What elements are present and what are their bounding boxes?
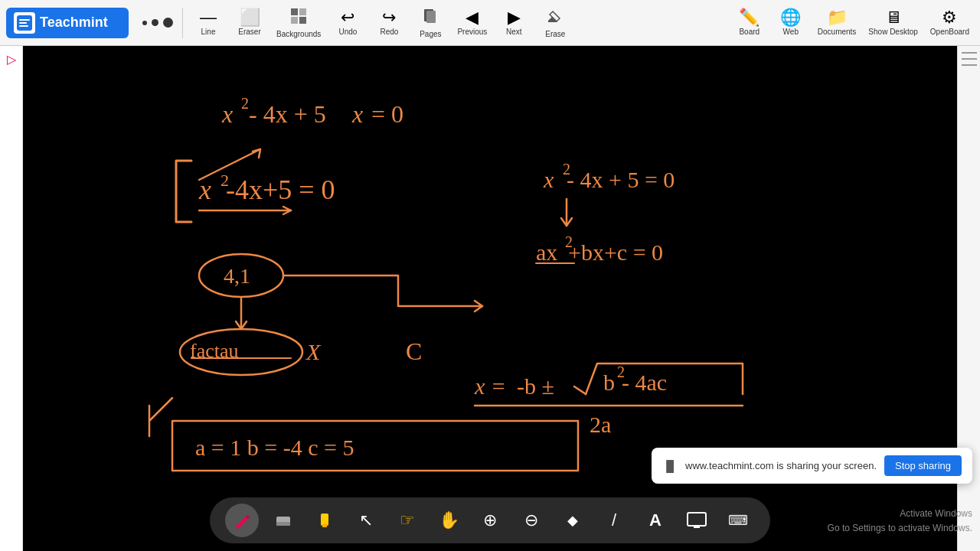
bt-text[interactable]: A [639,504,672,537]
pages-icon [421,7,439,28]
undo-icon: ↩ [341,9,354,26]
svg-text:4,1: 4,1 [224,264,250,288]
top-toolbar: Teachmint — Line ⬜ Eraser Backgrounds ↩ … [0,0,980,46]
svg-rect-2 [299,8,306,15]
svg-rect-6 [426,11,436,23]
tool-pages[interactable]: Pages [411,4,449,41]
tool-web[interactable]: 🌐 Web [772,6,810,39]
previous-icon: ◀ [466,9,479,26]
tool-show-desktop[interactable]: 🖥 Show Desktop [864,6,922,39]
tool-openboard[interactable]: ⚙ OpenBoard [926,6,974,39]
sidebar-arrow[interactable]: ▷ [7,52,16,67]
svg-text:x =: x = [474,373,506,399]
svg-rect-3 [291,17,298,24]
bt-pen[interactable] [225,504,259,537]
svg-text:- 4x + 5 = 0: - 4x + 5 = 0 [567,167,675,192]
stop-sharing-button[interactable]: Stop sharing [884,455,962,476]
rsb-line2 [962,58,977,60]
tool-redo[interactable]: ↪ Redo [370,6,408,39]
svg-rect-38 [322,524,327,527]
tool-board[interactable]: ✏️ Board [730,6,769,39]
tool-undo[interactable]: ↩ Undo [328,6,367,39]
bottom-toolbar: ↖ ☞ ✋ ⊕ ⊖ ◆ / A ⌨ [210,497,770,543]
svg-rect-37 [321,514,328,526]
bt-interactive[interactable]: ☞ [390,504,424,537]
line-icon: — [200,9,217,26]
openboard-icon: ⚙ [942,9,957,26]
svg-text:x: x [543,167,554,192]
pen-size-small[interactable] [142,21,147,25]
bt-zoom-out[interactable]: ⊖ [514,504,548,537]
windows-line2: Go to Settings to activate Windows. [828,521,972,536]
svg-text:factau: factau [190,340,239,362]
board-icon: ✏️ [739,9,760,26]
svg-text:2: 2 [241,95,249,112]
tool-line[interactable]: — Line [189,6,227,39]
svg-rect-36 [276,522,290,526]
tool-eraser[interactable]: ⬜ Eraser [230,6,269,39]
erase-icon [546,7,564,28]
rsb-line1 [962,52,977,54]
bt-laser[interactable]: ◆ [556,504,590,537]
tool-erase[interactable]: Erase [536,4,574,41]
logo[interactable]: Teachmint [6,8,129,38]
backgrounds-icon [289,7,308,28]
svg-text:= 0: = 0 [371,100,403,128]
pen-size-medium[interactable] [152,19,158,26]
svg-text:ax: ax [536,240,557,265]
tool-next[interactable]: ▶ Next [495,6,533,39]
svg-rect-4 [299,17,306,24]
svg-text:b: b [603,370,615,395]
svg-text:2a: 2a [590,412,611,437]
next-icon: ▶ [508,9,521,26]
sharing-message: www.teachmint.com is sharing your screen… [685,460,877,471]
logo-text: Teachmint [40,15,108,31]
whiteboard-canvas[interactable]: x 2 - 4x + 5 x = 0 x 2 -4x+5 = 0 4,1 [23,46,957,505]
left-sidebar: ▷ [0,46,23,551]
show-desktop-icon: 🖥 [885,9,902,26]
windows-line1: Activate Windows [828,507,972,521]
svg-rect-39 [688,513,706,526]
web-icon: 🌐 [780,9,801,26]
svg-text:+bx+c = 0: +bx+c = 0 [568,240,663,265]
rsb-line3 [962,64,977,66]
eraser-icon: ⬜ [240,9,260,26]
pen-size-large[interactable] [163,18,173,28]
share-icon: ▐▌ [662,460,678,472]
redo-icon: ↪ [382,9,396,26]
pen-size-selector[interactable] [139,15,176,31]
svg-text:C: C [406,337,422,365]
svg-text:x: x [351,100,363,128]
bt-screen[interactable] [680,504,714,537]
bt-zoom-in[interactable]: ⊕ [473,504,507,537]
bt-select[interactable]: ↖ [349,504,383,537]
svg-rect-1 [291,8,298,15]
svg-text:- 4x + 5: - 4x + 5 [249,100,326,128]
tool-backgrounds[interactable]: Backgrounds [272,4,325,41]
svg-text:- 4ac: - 4ac [622,370,667,395]
windows-notice: Activate Windows Go to Settings to activ… [828,507,972,536]
svg-rect-40 [694,527,700,528]
svg-text:x: x [221,100,233,128]
bt-eraser[interactable] [266,504,300,537]
bt-highlighter[interactable] [308,504,341,537]
svg-text:-4x+5 = 0: -4x+5 = 0 [226,174,335,205]
tool-documents[interactable]: 📁 Documents [813,6,861,39]
svg-text:a = 1       b = -4     c = 5: a = 1 b = -4 c = 5 [195,435,354,460]
bt-line-draw[interactable]: / [597,504,631,537]
svg-text:X: X [305,339,322,364]
sep1 [182,8,183,38]
sharing-notification: ▐▌ www.teachmint.com is sharing your scr… [652,448,972,484]
pen-dot-row [142,18,173,28]
tool-previous[interactable]: ◀ Previous [452,6,492,39]
bt-keyboard[interactable]: ⌨ [721,504,755,537]
documents-icon: 📁 [827,9,848,26]
logo-icon [14,12,35,34]
svg-text:-b ±: -b ± [517,373,554,399]
bt-hand[interactable]: ✋ [432,504,466,537]
